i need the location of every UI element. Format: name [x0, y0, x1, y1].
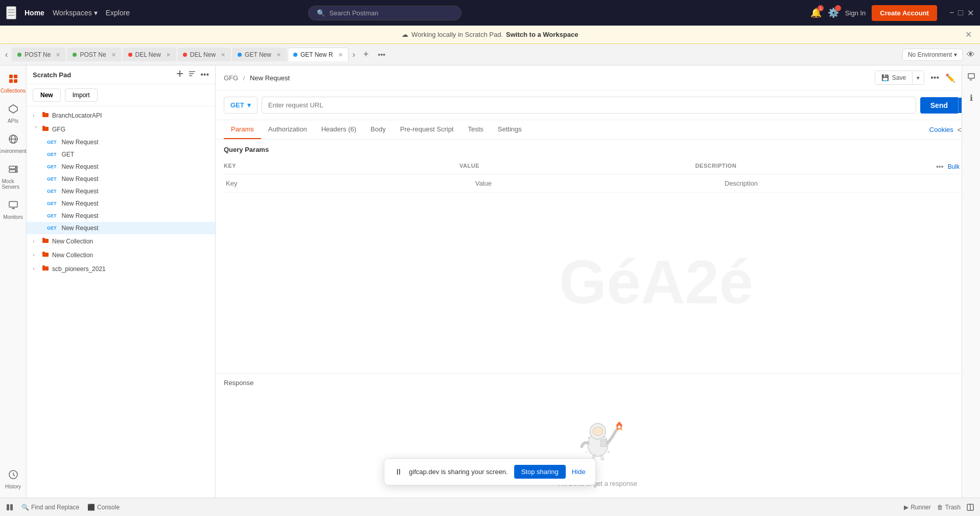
import-button[interactable]: Import	[65, 88, 98, 102]
svg-rect-0	[9, 75, 13, 78]
new-collection-button[interactable]	[176, 70, 184, 80]
folder-icon	[42, 264, 49, 273]
sidebar-item-monitors[interactable]: Monitors	[0, 196, 27, 224]
tab-params[interactable]: Params	[224, 120, 261, 139]
switch-workspace-link[interactable]: Switch to a Workspace	[506, 31, 578, 38]
request-gfg-new-2[interactable]: GET New Request	[27, 161, 215, 173]
maximize-button[interactable]: □	[958, 8, 963, 18]
collection-scb-pioneers[interactable]: › scb_pioneers_2021	[27, 262, 215, 276]
tab-body[interactable]: Body	[363, 120, 393, 139]
environment-selector[interactable]: No Environment ▾	[902, 49, 963, 61]
search-bar[interactable]: 🔍 Search Postman	[308, 6, 461, 20]
collection-branch-locator[interactable]: › BranchLocatorAPI	[27, 108, 215, 122]
settings-button[interactable]: ⚙️	[828, 7, 839, 18]
more-tabs-button[interactable]: •••	[374, 49, 390, 61]
method-badge: GET	[45, 164, 59, 170]
folder-icon	[42, 125, 49, 133]
runner-button[interactable]: ▶ Runner	[904, 504, 930, 511]
new-button[interactable]: New	[33, 88, 61, 102]
svg-rect-28	[10, 504, 13, 510]
request-gfg-new-4[interactable]: GET New Request	[27, 185, 215, 197]
svg-point-23	[588, 437, 590, 439]
stop-sharing-button[interactable]: Stop sharing	[514, 465, 566, 479]
split-view-button[interactable]	[967, 504, 974, 511]
sidebar-item-apis[interactable]: APIs	[0, 100, 27, 128]
request-gfg-new-5[interactable]: GET New Request	[27, 197, 215, 210]
response-header[interactable]: Response ▾	[216, 374, 980, 392]
tab-close-icon[interactable]: ✕	[56, 52, 60, 58]
sort-collections-button[interactable]	[188, 70, 196, 80]
add-tab-button[interactable]: +	[359, 47, 373, 62]
tab-pre-request-script[interactable]: Pre-request Script	[393, 120, 461, 139]
key-input[interactable]	[224, 178, 473, 188]
tab-close-icon[interactable]: ✕	[111, 52, 116, 58]
tab-get-new[interactable]: GET New ✕	[232, 48, 287, 61]
breadcrumb-separator: /	[243, 74, 245, 82]
comments-button[interactable]	[964, 70, 978, 86]
environment-eye-button[interactable]: 👁	[964, 48, 978, 61]
history-icon	[8, 469, 18, 482]
save-dropdown-button[interactable]: ▾	[912, 72, 924, 84]
nav-explore[interactable]: Explore	[106, 9, 130, 17]
description-input[interactable]	[722, 178, 972, 188]
tab-settings[interactable]: Settings	[491, 120, 529, 139]
collections-tree: › BranchLocatorAPI › GFG	[27, 106, 215, 498]
request-gfg-new-1[interactable]: GET New Request	[27, 136, 215, 148]
tab-close-icon[interactable]: ✕	[166, 52, 171, 58]
tab-tests[interactable]: Tests	[461, 120, 491, 139]
tab-close-icon[interactable]: ✕	[338, 52, 343, 58]
nav-workspaces[interactable]: Workspaces ▾	[53, 9, 98, 17]
save-button[interactable]: 💾 Save	[875, 71, 912, 84]
cookies-button[interactable]: Cookies	[929, 126, 953, 133]
request-gfg-new-6[interactable]: GET New Request	[27, 210, 215, 222]
tab-del-new-1[interactable]: DEL New ✕	[123, 48, 176, 61]
more-collections-button[interactable]: •••	[200, 70, 209, 79]
console-button[interactable]: ⬛ Console	[87, 504, 120, 511]
breadcrumb-parent[interactable]: GFG	[224, 74, 238, 82]
request-gfg-new-7[interactable]: GET New Request	[27, 222, 215, 234]
request-gfg-new-3[interactable]: GET New Request	[27, 173, 215, 185]
tab-headers[interactable]: Headers (6)	[314, 120, 364, 139]
tab-post-new-2[interactable]: POST Ne ✕	[67, 48, 121, 61]
method-selector[interactable]: GET ▾	[224, 97, 258, 114]
nav-home[interactable]: Home	[25, 9, 44, 17]
close-button[interactable]: ✕	[967, 8, 974, 18]
sidebar-item-environments[interactable]: Environments	[0, 130, 27, 158]
sign-in-button[interactable]: Sign In	[845, 9, 866, 17]
monitors-label: Monitors	[3, 214, 22, 220]
tab-post-new-1[interactable]: POST Ne ✕	[12, 48, 66, 61]
hide-toast-button[interactable]: Hide	[572, 468, 586, 476]
close-banner-button[interactable]: ✕	[965, 30, 972, 39]
minimize-button[interactable]: −	[949, 8, 954, 18]
url-input[interactable]	[262, 97, 916, 114]
tabs-next-arrow[interactable]: ›	[349, 48, 358, 61]
tab-authorization[interactable]: Authorization	[261, 120, 314, 139]
find-replace-button[interactable]: 🔍 Find and Replace	[21, 504, 79, 511]
collection-new-1[interactable]: › New Collection	[27, 234, 215, 248]
tab-del-new-2[interactable]: DEL New ✕	[177, 48, 231, 61]
hamburger-menu[interactable]: ☰	[6, 6, 16, 19]
send-button[interactable]: Send	[920, 97, 958, 114]
trash-button[interactable]: 🗑 Trash	[937, 504, 961, 511]
tab-close-icon[interactable]: ✕	[221, 52, 225, 58]
sidebar-item-collections[interactable]: Collections	[0, 70, 27, 98]
params-more-button[interactable]: •••	[936, 163, 944, 171]
tabs-prev-arrow[interactable]: ‹	[2, 48, 11, 61]
request-gfg-get[interactable]: GET GET	[27, 148, 215, 161]
create-account-button[interactable]: Create Account	[872, 5, 937, 21]
tab-close-icon[interactable]: ✕	[276, 52, 281, 58]
info-button[interactable]: ℹ	[967, 90, 976, 106]
notifications-button[interactable]: 🔔 1	[810, 7, 822, 18]
sidebar-item-history[interactable]: History	[0, 465, 27, 493]
collection-new-2[interactable]: › New Collection	[27, 248, 215, 262]
collections-panel: Scratch Pad ••• New Import ›	[27, 65, 216, 498]
svg-marker-4	[9, 105, 17, 113]
layout-toggle-button[interactable]	[6, 504, 13, 511]
collection-gfg[interactable]: › GFG	[27, 122, 215, 136]
svg-point-22	[618, 425, 621, 429]
edit-description-button[interactable]: ✏️	[945, 73, 955, 83]
tab-get-new-r[interactable]: GET New R ✕	[288, 48, 348, 61]
value-input[interactable]	[473, 178, 722, 188]
request-more-button[interactable]: •••	[930, 73, 939, 82]
sidebar-item-mock-servers[interactable]: Mock Servers	[0, 160, 27, 194]
